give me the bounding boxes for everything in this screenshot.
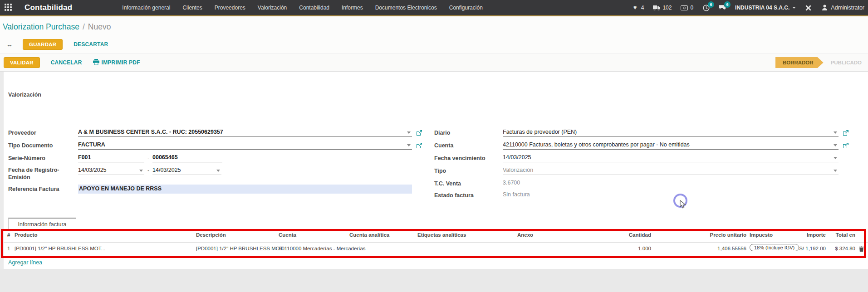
label-tipo: Tipo xyxy=(434,167,446,175)
field-tipo[interactable]: Valorización xyxy=(503,166,839,175)
proveedor-dropdown-caret-icon[interactable] xyxy=(407,131,411,134)
form-statusbar: VALIDAR CANCELAR IMPRIMIR PDF BORRADOR P… xyxy=(0,54,868,72)
field-estado-factura: Sin factura xyxy=(503,190,839,200)
menu-item-informes[interactable]: Informes xyxy=(342,5,363,11)
field-tipo-documento[interactable]: FACTURA xyxy=(78,141,412,150)
col-header-cuenta-analitica[interactable]: Cuenta analítica xyxy=(349,232,416,238)
deliveries-count: 102 xyxy=(662,5,672,11)
field-cuenta[interactable]: 42110000 Facturas, boletas y otros compr… xyxy=(503,141,839,150)
label-tc-venta: T.C. Venta xyxy=(434,180,461,187)
fecha-registro-caret-icon[interactable] xyxy=(139,170,143,172)
state-borrador-badge[interactable]: BORRADOR xyxy=(775,57,824,68)
state-publicado-badge[interactable]: PUBLICADO xyxy=(831,60,862,65)
heart-icon: ♥ xyxy=(632,5,639,11)
col-header-producto[interactable]: Producto xyxy=(15,232,192,238)
breadcrumb: Valorization Purchase / Nuevo xyxy=(0,18,868,35)
field-proveedor[interactable]: A & M BUSINESS CENTER S.A.C. - RUC: 2055… xyxy=(78,128,412,137)
user-icon xyxy=(821,5,828,11)
label-proveedor: Proveedor xyxy=(8,129,36,136)
row-cell-precio-unitario[interactable]: 1,406.55556 xyxy=(660,246,746,251)
col-header-cantidad[interactable]: Cantidad xyxy=(581,232,651,238)
statusbar-buttons: VALIDAR CANCELAR IMPRIMIR PDF xyxy=(4,57,140,68)
chat-badge: 6 xyxy=(724,1,731,8)
cash-counter[interactable]: 0 xyxy=(681,5,693,11)
menu-item-informacion-general[interactable]: Información general xyxy=(122,5,170,11)
field-cuenta-value: 42110000 Facturas, boletas y otros compr… xyxy=(503,141,690,148)
main-menu: Información general Clientes Proveedores… xyxy=(122,5,482,11)
activities-counter[interactable]: ♥ 4 xyxy=(632,5,644,11)
field-serie[interactable]: F001 xyxy=(78,153,144,162)
label-fecha-vencimiento: Fecha vencimiento xyxy=(434,155,485,162)
table-header-divider xyxy=(4,242,868,243)
developer-tools-icon[interactable] xyxy=(805,5,812,11)
deliveries-counter[interactable]: 102 xyxy=(653,5,672,11)
row-cell-cuenta[interactable]: 60110000 Mercaderías - Mercaderías xyxy=(279,246,348,251)
menu-item-contabilidad[interactable]: Contabilidad xyxy=(299,5,329,11)
row-cell-producto[interactable]: [PD0001] 1/2" HP BRUSHLESS MOT... xyxy=(15,246,192,251)
col-header-precio-unitario[interactable]: Precio unitario xyxy=(660,232,746,238)
form-sheet: Valorización Proveedor A & M BUSINESS CE… xyxy=(0,72,868,269)
diario-dropdown-caret-icon[interactable] xyxy=(834,131,837,134)
field-proveedor-value: A & M BUSINESS CENTER S.A.C. - RUC: 2055… xyxy=(78,129,223,135)
tipo-dropdown-caret-icon[interactable] xyxy=(834,170,837,172)
statusbar-states: BORRADOR PUBLICADO xyxy=(775,57,864,68)
activities-clock-button[interactable]: 6 xyxy=(702,5,710,11)
field-fecha-emision[interactable]: 14/03/2025 xyxy=(152,166,221,175)
clock-badge: 6 xyxy=(708,1,714,8)
tipo-documento-external-link-icon[interactable] xyxy=(417,142,422,148)
col-header-num: # xyxy=(7,232,14,238)
apps-grid-icon[interactable] xyxy=(5,4,13,12)
save-button[interactable]: GUARDAR xyxy=(23,39,63,50)
top-navbar: Contabilidad Información general Cliente… xyxy=(0,0,868,16)
company-switcher[interactable]: INDUSTRIA 04 S.A.C. xyxy=(735,5,796,11)
field-diario[interactable]: Facturas de proveedor (PEN) xyxy=(503,128,839,137)
breadcrumb-current: Nuevo xyxy=(88,22,111,32)
add-line-link[interactable]: Agregar línea xyxy=(8,259,42,266)
col-header-etiquetas[interactable]: Etiquetas analíticas xyxy=(417,232,515,238)
row-cell-num: 1 xyxy=(7,246,14,251)
breadcrumb-parent-link[interactable]: Valorization Purchase xyxy=(3,22,79,32)
col-header-total-en[interactable]: Total en xyxy=(805,232,855,238)
field-referencia-factura[interactable]: APOYO EN MANEJO DE RRSS xyxy=(78,185,412,194)
menu-item-valorizacion[interactable]: Valorización xyxy=(258,5,287,11)
col-header-descripcion[interactable]: Descripción xyxy=(196,232,277,238)
fecha-vencimiento-caret-icon[interactable] xyxy=(834,157,837,159)
app-brand[interactable]: Contabilidad xyxy=(25,3,72,12)
menu-item-clientes[interactable]: Clientes xyxy=(182,5,202,11)
fecha-emision-caret-icon[interactable] xyxy=(216,170,220,172)
field-tipo-documento-value: FACTURA xyxy=(78,141,105,148)
valorization-purchase-screen: Contabilidad Información general Cliente… xyxy=(0,0,868,292)
print-pdf-button[interactable]: IMPRIMIR PDF xyxy=(93,59,140,66)
cuenta-external-link-icon[interactable] xyxy=(843,142,849,148)
user-menu[interactable]: Administrator xyxy=(821,5,864,11)
messages-button[interactable]: 6 xyxy=(719,5,726,11)
fecha-separator: - xyxy=(147,167,149,174)
user-name: Administrator xyxy=(831,5,864,11)
delete-line-icon[interactable] xyxy=(859,245,864,253)
cancel-button[interactable]: CANCELAR xyxy=(51,59,82,66)
row-cell-descripcion[interactable]: [PD0001] 1/2" HP BRUSHLESS MOT... xyxy=(196,246,277,251)
tab-informacion-factura[interactable]: Información factura xyxy=(8,218,76,230)
validate-button[interactable]: VALIDAR xyxy=(4,57,40,68)
resize-arrows-icon[interactable]: ↔ xyxy=(6,41,13,48)
menu-item-configuracion[interactable]: Configuración xyxy=(449,5,483,11)
chevron-down-icon xyxy=(792,7,796,9)
tipo-documento-dropdown-caret-icon[interactable] xyxy=(407,144,411,146)
col-header-cuenta[interactable]: Cuenta xyxy=(279,232,348,238)
discard-button[interactable]: DESCARTAR xyxy=(74,41,108,48)
diario-external-link-icon[interactable] xyxy=(843,129,849,135)
print-pdf-label: IMPRIMIR PDF xyxy=(102,59,140,66)
field-fecha-registro[interactable]: 14/03/2025 xyxy=(78,166,144,175)
cuenta-dropdown-caret-icon[interactable] xyxy=(834,144,837,146)
menu-item-documentos-electronicos[interactable]: Documentos Electronicos xyxy=(375,5,437,11)
col-header-anexo[interactable]: Anexo xyxy=(517,232,554,238)
field-tc-venta: 3.6700 xyxy=(503,179,839,188)
cash-count: 0 xyxy=(690,5,693,11)
serie-numero-separator: - xyxy=(147,155,149,161)
field-numero[interactable]: 00065465 xyxy=(152,153,222,162)
field-fecha-vencimiento[interactable]: 14/03/2025 xyxy=(503,153,839,162)
proveedor-external-link-icon[interactable] xyxy=(417,129,422,135)
menu-item-proveedores[interactable]: Proveedores xyxy=(215,5,245,11)
section-title: Valorización xyxy=(8,92,41,98)
row-cell-cantidad[interactable]: 1.000 xyxy=(581,246,651,251)
